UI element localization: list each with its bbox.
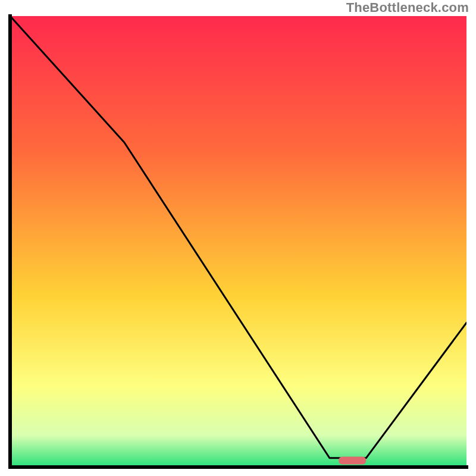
plot-background (10, 16, 466, 467)
bottleneck-chart (0, 0, 476, 476)
watermark-text: TheBottleneck.com (346, 0, 469, 15)
optimal-marker (339, 457, 366, 465)
chart-canvas: TheBottleneck.com (0, 0, 476, 476)
